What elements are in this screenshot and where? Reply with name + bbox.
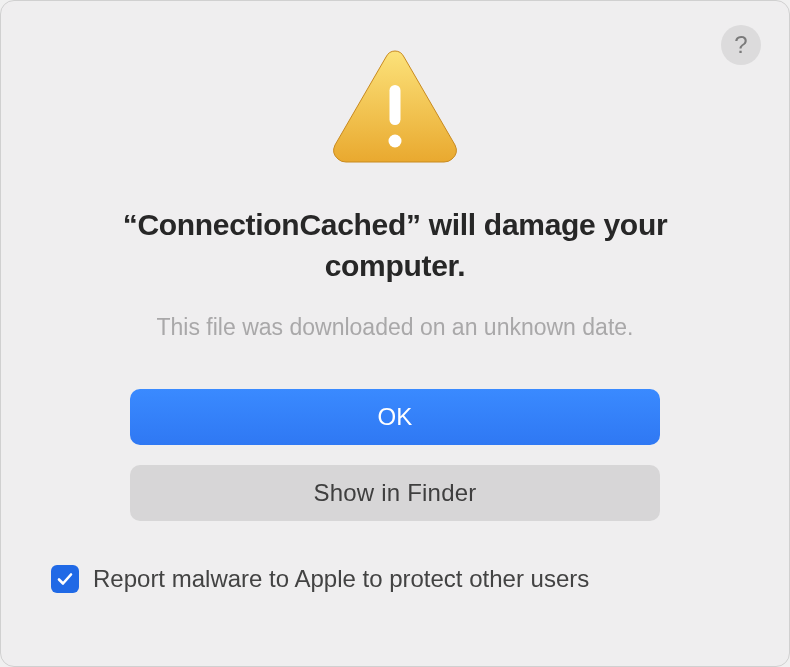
ok-button[interactable]: OK bbox=[130, 389, 660, 445]
dialog-subtitle: This file was downloaded on an unknown d… bbox=[157, 314, 634, 341]
report-malware-row: Report malware to Apple to protect other… bbox=[51, 565, 589, 593]
report-malware-checkbox[interactable] bbox=[51, 565, 79, 593]
checkmark-icon bbox=[55, 569, 75, 589]
show-in-finder-button[interactable]: Show in Finder bbox=[130, 465, 660, 521]
help-button[interactable]: ? bbox=[721, 25, 761, 65]
dialog-title: “ConnectionCached” will damage your comp… bbox=[49, 205, 741, 286]
help-icon: ? bbox=[734, 31, 747, 59]
gatekeeper-warning-dialog: ? “ConnectionCached” will damage your co… bbox=[0, 0, 790, 667]
svg-rect-0 bbox=[390, 85, 401, 125]
report-malware-label[interactable]: Report malware to Apple to protect other… bbox=[93, 565, 589, 593]
button-group: OK Show in Finder bbox=[130, 389, 660, 521]
warning-triangle-icon bbox=[330, 45, 460, 169]
svg-point-1 bbox=[389, 135, 402, 148]
